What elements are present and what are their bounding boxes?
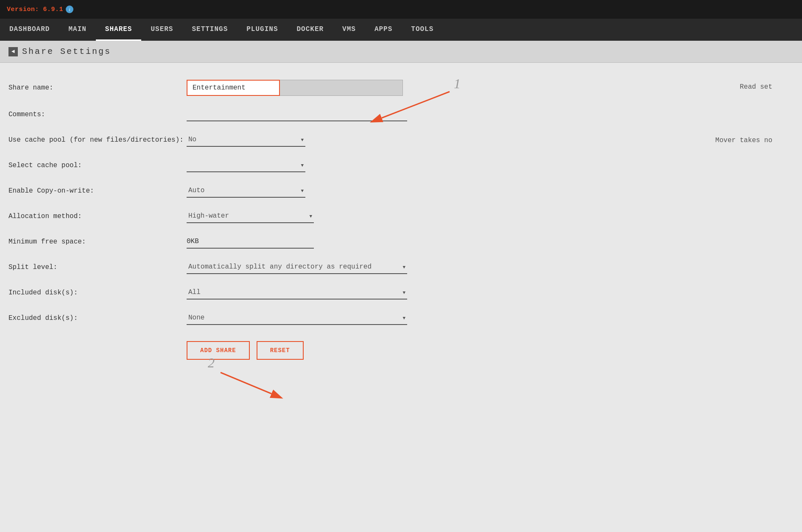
right-label-read-set: Read set: [740, 83, 772, 91]
select-cache-pool-label: Select cache pool:: [8, 162, 187, 169]
nav-docker[interactable]: DOCKER: [287, 19, 333, 41]
info-icon[interactable]: i: [66, 6, 73, 13]
form-row-cache-pool: Use cache pool (for new files/directorie…: [8, 133, 785, 147]
excluded-disks-control: None: [187, 311, 785, 325]
copy-on-write-select[interactable]: Auto Yes No: [187, 184, 305, 198]
split-level-select[interactable]: Automatically split any directory as req…: [187, 260, 407, 274]
form-row-included-disks: Included disk(s): All: [8, 286, 785, 300]
nav-vms[interactable]: VMS: [333, 19, 365, 41]
included-disks-select[interactable]: All: [187, 286, 407, 300]
version-label: Version: 6.9.1: [7, 6, 63, 13]
comments-control: [187, 108, 785, 121]
form-row-share-name: Share name: Read set: [8, 80, 785, 96]
copy-on-write-label: Enable Copy-on-write:: [8, 187, 187, 195]
allocation-select-wrapper: High-water Most-free Fill-up: [187, 210, 314, 223]
nav-dashboard[interactable]: DASHBOARD: [0, 19, 59, 41]
min-free-space-label: Minimum free space:: [8, 238, 187, 246]
share-name-wrapper: [187, 80, 407, 96]
nav-apps[interactable]: APPS: [365, 19, 402, 41]
main-content: 1 2 Share name:: [0, 63, 802, 393]
nav-shares[interactable]: SHARES: [96, 19, 142, 41]
share-name-label: Share name:: [8, 84, 187, 92]
nav-users[interactable]: USERS: [141, 19, 182, 41]
buttons-row: ADD SHARE RESET: [187, 341, 304, 360]
nav-bar: DASHBOARD MAIN SHARES USERS SETTINGS PLU…: [0, 19, 802, 41]
allocation-control: High-water Most-free Fill-up: [187, 210, 785, 223]
form-row-min-free-space: Minimum free space:: [8, 235, 785, 249]
excluded-disks-select[interactable]: None: [187, 311, 407, 325]
min-free-space-input[interactable]: [187, 235, 314, 249]
nav-plugins[interactable]: PLUGINS: [237, 19, 287, 41]
form-row-allocation: Allocation method: High-water Most-free …: [8, 210, 785, 223]
form-section: Share name: Read set Comments: Use cache…: [8, 76, 785, 376]
top-bar: Version: 6.9.1 i: [0, 0, 802, 19]
nav-tools[interactable]: TOOLS: [402, 19, 443, 41]
nav-main[interactable]: MAIN: [59, 19, 95, 41]
allocation-select[interactable]: High-water Most-free Fill-up: [187, 210, 314, 223]
form-row-split-level: Split level: Automatically split any dir…: [8, 260, 785, 274]
comments-input[interactable]: [187, 108, 407, 121]
nav-settings[interactable]: SETTINGS: [182, 19, 237, 41]
included-disks-control: All: [187, 286, 785, 300]
cache-pool-select-wrapper: No Yes: [187, 133, 305, 147]
reset-button[interactable]: RESET: [257, 341, 304, 360]
excluded-disks-label: Excluded disk(s):: [8, 314, 187, 322]
select-cache-pool-control: [187, 159, 785, 172]
select-cache-pool-select[interactable]: [187, 159, 305, 172]
included-disks-select-wrapper: All: [187, 286, 407, 300]
cache-pool-select[interactable]: No Yes: [187, 133, 305, 147]
split-level-label: Split level:: [8, 263, 187, 271]
min-free-space-control: [187, 235, 785, 249]
form-row-buttons: ADD SHARE RESET: [8, 337, 785, 360]
copy-on-write-select-wrapper: Auto Yes No: [187, 184, 305, 198]
comments-label: Comments:: [8, 111, 187, 118]
add-share-button[interactable]: ADD SHARE: [187, 341, 250, 360]
share-name-input[interactable]: [187, 80, 280, 96]
cache-pool-label: Use cache pool (for new files/directorie…: [8, 136, 187, 144]
page-title: Share Settings: [22, 47, 111, 56]
form-row-select-cache-pool: Select cache pool:: [8, 159, 785, 172]
share-name-extension: [280, 80, 403, 96]
page-header: ◄ Share Settings: [0, 41, 802, 63]
allocation-label: Allocation method:: [8, 213, 187, 220]
share-name-control: [187, 80, 785, 96]
back-icon[interactable]: ◄: [8, 47, 18, 56]
form-row-excluded-disks: Excluded disk(s): None: [8, 311, 785, 325]
split-level-select-wrapper: Automatically split any directory as req…: [187, 260, 407, 274]
copy-on-write-control: Auto Yes No: [187, 184, 785, 198]
form-row-copy-on-write: Enable Copy-on-write: Auto Yes No: [8, 184, 785, 198]
right-label-mover: Mover takes no: [715, 137, 772, 144]
cache-pool-control: No Yes: [187, 133, 785, 147]
included-disks-label: Included disk(s):: [8, 289, 187, 297]
select-cache-pool-wrapper: [187, 159, 305, 172]
excluded-disks-select-wrapper: None: [187, 311, 407, 325]
split-level-control: Automatically split any directory as req…: [187, 260, 785, 274]
form-row-comments: Comments:: [8, 108, 785, 121]
